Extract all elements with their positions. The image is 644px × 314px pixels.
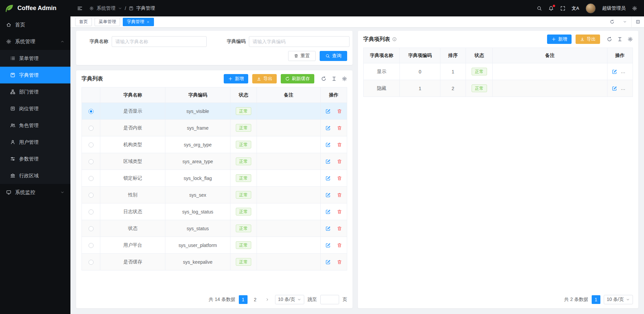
dict-name-input[interactable] — [112, 36, 207, 47]
dict-code-input[interactable] — [249, 36, 350, 47]
dict-item-table-row[interactable]: 显示 0 1 正常 — [364, 63, 633, 80]
edit-icon[interactable] — [325, 192, 331, 198]
sidebar-item-monitor[interactable]: 系统监控 — [0, 184, 70, 201]
dict-table-row[interactable]: 机构类型 sys_org_type 正常 — [82, 136, 347, 153]
close-tab-icon[interactable] — [146, 20, 150, 24]
sidebar-item-post-mgmt[interactable]: 岗位管理 — [0, 100, 70, 117]
dict-table-row[interactable]: 状态 sys_status 正常 — [82, 220, 347, 237]
row-radio[interactable] — [89, 126, 94, 131]
edit-icon[interactable] — [325, 259, 331, 265]
edit-icon[interactable] — [325, 109, 331, 114]
dict-table-row[interactable]: 是否显示 sys_visible 正常 — [82, 103, 347, 120]
username-text[interactable]: 超级管理员 — [602, 5, 626, 11]
tab-dict-mgmt[interactable]: 字典管理 — [123, 18, 154, 26]
add-dict-button[interactable]: 新增 — [224, 74, 248, 83]
page-button-2[interactable]: 2 — [251, 295, 260, 304]
dict-table-row[interactable]: 用户平台 sys_user_platform 正常 — [82, 237, 347, 254]
reset-button[interactable]: 重置 — [288, 51, 316, 61]
notifications-bell-icon[interactable] — [548, 6, 554, 11]
sidebar-item-home[interactable]: 首页 — [0, 16, 70, 33]
sidebar-item-dept-mgmt[interactable]: 部门管理 — [0, 83, 70, 100]
row-radio[interactable] — [89, 260, 94, 265]
fullscreen-icon[interactable] — [560, 6, 566, 11]
sidebar-item-role-mgmt[interactable]: 角色管理 — [0, 117, 70, 134]
delete-icon[interactable] — [337, 226, 342, 231]
delete-icon[interactable] — [337, 159, 342, 164]
info-icon[interactable] — [392, 37, 397, 42]
delete-icon[interactable] — [337, 142, 342, 147]
row-radio[interactable] — [89, 193, 94, 198]
search-icon[interactable] — [537, 6, 542, 11]
dict-table-row[interactable]: 日志状态 sys_log_status 正常 — [82, 203, 347, 220]
edit-icon[interactable] — [325, 142, 331, 147]
refresh-table-icon[interactable] — [321, 76, 326, 81]
column-height-icon[interactable] — [617, 37, 623, 42]
dict-table-row[interactable]: 是否缓存 sys_keepalive 正常 — [82, 254, 347, 270]
jump-page-input[interactable] — [320, 295, 339, 304]
page-button-1[interactable]: 1 — [239, 295, 248, 304]
app-logo[interactable]: Coffee Admin — [0, 0, 70, 16]
next-page-button[interactable] — [263, 295, 272, 304]
table-settings-gear-icon[interactable] — [342, 76, 347, 81]
delete-icon[interactable] — [337, 192, 342, 198]
maximize-content-icon[interactable] — [631, 16, 644, 27]
refresh-cache-button[interactable]: 刷新缓存 — [281, 74, 314, 83]
edit-icon[interactable] — [325, 176, 331, 181]
page-size-select[interactable]: 10 条/页 — [275, 295, 304, 304]
row-radio[interactable] — [89, 109, 94, 114]
sidebar-item-system[interactable]: 系统管理 — [0, 33, 70, 50]
dict-table-row[interactable]: 是否内嵌 sys_frame 正常 — [82, 120, 347, 136]
row-radio[interactable] — [89, 176, 94, 181]
sidebar-item-region-mgmt[interactable]: 行政区域 — [0, 167, 70, 184]
delete-icon[interactable] — [337, 109, 342, 114]
settings-gear-icon[interactable] — [632, 6, 637, 11]
item-name-cell: 显示 — [364, 63, 400, 80]
row-radio[interactable] — [89, 159, 94, 164]
delete-icon[interactable] — [337, 243, 342, 248]
edit-icon[interactable] — [325, 209, 331, 214]
user-avatar[interactable] — [586, 3, 596, 13]
sidebar-item-menu-mgmt[interactable]: 菜单管理 — [0, 50, 70, 67]
page-button-1[interactable]: 1 — [592, 295, 600, 304]
refresh-table-icon[interactable] — [607, 37, 612, 42]
row-radio[interactable] — [89, 243, 94, 248]
dict-item-table-row[interactable]: 隐藏 1 2 正常 — [364, 80, 633, 97]
sidebar-item-param-mgmt[interactable]: 参数管理 — [0, 150, 70, 167]
collapse-sidebar-icon[interactable] — [77, 6, 83, 11]
tab-home[interactable]: 首页 — [75, 18, 92, 26]
query-button[interactable]: 查询 — [320, 51, 347, 61]
tab-options-chevron-icon[interactable] — [619, 16, 631, 27]
add-dict-item-button[interactable]: 新增 — [547, 35, 572, 44]
table-settings-gear-icon[interactable] — [628, 37, 633, 42]
delete-icon[interactable] — [337, 176, 342, 181]
row-radio[interactable] — [89, 209, 94, 214]
delete-icon[interactable] — [623, 86, 629, 91]
delete-icon[interactable] — [337, 125, 342, 131]
gear-icon — [6, 39, 11, 44]
dict-table-row[interactable]: 性别 sys_sex 正常 — [82, 187, 347, 203]
delete-icon[interactable] — [623, 69, 629, 74]
edit-icon[interactable] — [325, 226, 331, 231]
delete-icon[interactable] — [337, 209, 342, 214]
edit-icon[interactable] — [612, 69, 617, 74]
tab-menu-mgmt[interactable]: 菜单管理 — [95, 18, 120, 26]
row-radio[interactable] — [89, 142, 94, 147]
edit-icon[interactable] — [325, 159, 331, 164]
row-radio[interactable] — [89, 226, 94, 231]
refresh-tab-icon[interactable] — [606, 16, 619, 27]
dict-table-row[interactable]: 区域类型 sys_area_type 正常 — [82, 153, 347, 170]
export-dict-item-button[interactable]: 导出 — [576, 35, 600, 44]
sidebar-item-label: 用户管理 — [19, 139, 39, 145]
delete-icon[interactable] — [337, 259, 342, 265]
export-dict-button[interactable]: 导出 — [252, 74, 277, 83]
breadcrumb-level1[interactable]: 系统管理 — [97, 5, 115, 11]
dict-table-row[interactable]: 锁定标记 sys_lock_flag 正常 — [82, 170, 347, 187]
edit-icon[interactable] — [325, 125, 331, 131]
sidebar-item-dict-mgmt[interactable]: 字典管理 — [0, 67, 70, 83]
page-size-select[interactable]: 10 条/页 — [604, 295, 633, 304]
sidebar-item-user-mgmt[interactable]: 用户管理 — [0, 134, 70, 150]
translate-icon[interactable]: 文A — [572, 5, 579, 11]
edit-icon[interactable] — [325, 243, 331, 248]
column-height-icon[interactable] — [331, 76, 337, 81]
edit-icon[interactable] — [612, 86, 617, 91]
